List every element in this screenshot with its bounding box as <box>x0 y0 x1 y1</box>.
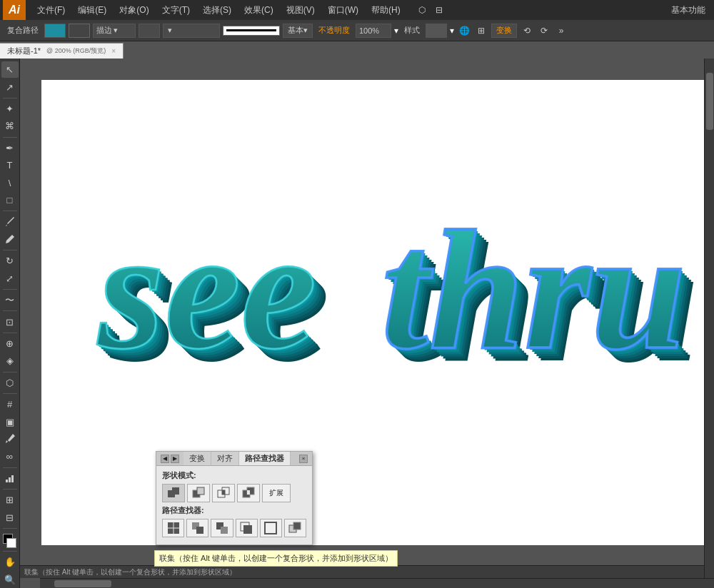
artboard-tool-btn[interactable]: ⊞ <box>1 492 19 508</box>
color-stroke-box[interactable] <box>69 24 90 38</box>
vertical-scrollbar[interactable] <box>704 59 714 578</box>
workspace-icon[interactable]: ⬡ <box>415 3 429 17</box>
divide-btn[interactable] <box>162 519 184 537</box>
perspective-tool-btn[interactable]: ⬡ <box>1 375 19 391</box>
document-tab[interactable]: 未标题-1* @ 200% (RGB/预览) × <box>0 43 124 59</box>
menu-select[interactable]: 选择(S) <box>197 3 237 18</box>
live-paint-tool-btn[interactable]: ◈ <box>1 353 19 369</box>
rotate-tool-btn[interactable]: ↻ <box>1 253 19 269</box>
tab-title: 未标题-1* <box>7 46 41 56</box>
align-tab[interactable]: 对齐 <box>211 452 239 465</box>
h-scroll-thumb[interactable] <box>54 580 111 587</box>
stroke-type-dropdown[interactable]: ▾ <box>163 24 220 38</box>
svg-rect-34 <box>196 527 203 534</box>
pen-tool-btn[interactable]: ✒ <box>1 140 19 156</box>
slice-tool-btn[interactable]: ⊟ <box>1 509 19 525</box>
globe-icon[interactable]: 🌐 <box>457 24 471 38</box>
magic-wand-tool-btn[interactable]: ✦ <box>1 101 19 117</box>
svg-rect-39 <box>265 522 276 534</box>
trim-btn[interactable] <box>186 519 208 537</box>
outline-btn[interactable] <box>260 519 282 537</box>
panel-drag-handle[interactable]: ◀ <box>161 455 169 463</box>
panel-drag-handle2[interactable]: ▶ <box>171 455 179 463</box>
eyedropper-tool-btn[interactable] <box>1 431 19 447</box>
stroke-style-btn[interactable]: 基本▾ <box>283 24 313 38</box>
align-icon[interactable]: ⊞ <box>474 24 488 38</box>
minus-front-btn[interactable] <box>187 484 210 502</box>
tab-bar: 未标题-1* @ 200% (RGB/预览) × <box>0 41 714 59</box>
more-icon[interactable]: » <box>554 24 568 38</box>
shape-buttons-row: 扩展 <box>162 484 306 502</box>
scale-tool-btn[interactable]: ⤢ <box>1 270 19 287</box>
stroke-weight-dropdown[interactable]: 描边 ▾ <box>93 24 136 38</box>
canvas-surface: see see see see see see see see thru thr… <box>41 80 707 545</box>
artwork-svg: see see see see see see see see thru thr… <box>64 126 706 469</box>
stroke-weight-label: 描边 <box>96 25 112 36</box>
svg-text:thru: thru <box>381 195 686 385</box>
intersect-btn[interactable] <box>212 484 235 502</box>
menu-edit[interactable]: 编辑(E) <box>72 3 112 18</box>
exclude-btn[interactable] <box>237 484 260 502</box>
tool-separator-4 <box>3 250 17 250</box>
pathfinder-body: 形状模式: <box>156 466 312 544</box>
merge-btn[interactable] <box>211 519 233 537</box>
reflect-icon[interactable]: ⟳ <box>537 24 551 38</box>
paintbrush-tool-btn[interactable] <box>1 213 19 230</box>
line-tool-btn[interactable]: \ <box>1 174 19 191</box>
svg-rect-21 <box>172 487 179 495</box>
warp-tool-btn[interactable]: 〜 <box>1 292 19 308</box>
gradient-tool-btn[interactable]: ▣ <box>1 413 19 430</box>
tool-separator-7 <box>3 333 17 333</box>
hand-tool-btn[interactable]: ✋ <box>1 554 19 570</box>
pencil-tool-btn[interactable] <box>1 231 19 248</box>
horizontal-scrollbar[interactable] <box>40 578 714 588</box>
lasso-tool-btn[interactable]: ⌘ <box>1 118 19 134</box>
shape-builder-tool-btn[interactable]: ⊕ <box>1 335 19 352</box>
style-box[interactable] <box>426 24 447 38</box>
pathfinder-tab[interactable]: 路径查找器 <box>239 452 291 465</box>
app-logo: Ai <box>3 0 26 20</box>
svg-text:see: see <box>96 195 316 385</box>
svg-rect-38 <box>243 525 252 534</box>
shape-tool-btn[interactable]: □ <box>1 192 19 208</box>
transform-tab[interactable]: 变换 <box>183 452 211 465</box>
menu-help[interactable]: 帮助(H) <box>366 3 406 18</box>
menu-object[interactable]: 对象(O) <box>114 3 154 18</box>
transform-btn[interactable]: 变换 <box>491 24 517 38</box>
selection-tool-btn[interactable]: ↖ <box>1 61 19 78</box>
minus-back-btn[interactable] <box>284 519 306 537</box>
expand-btn[interactable]: 扩展 <box>262 484 291 502</box>
pathfinder-panel: ◀ ▶ 变换 对齐 路径查找器 × 形状模式: <box>156 451 313 545</box>
stroke-weight-input[interactable] <box>139 24 160 38</box>
stroke-preview <box>223 26 280 36</box>
menu-window[interactable]: 窗口(W) <box>322 3 364 18</box>
chart-tool-btn[interactable] <box>1 470 19 487</box>
tab-close-btn[interactable]: × <box>111 47 116 55</box>
v-scroll-thumb[interactable] <box>706 73 713 130</box>
blend-tool-btn[interactable]: ∞ <box>1 448 19 465</box>
crop-btn[interactable] <box>236 519 258 537</box>
menu-text[interactable]: 文字(T) <box>156 3 196 18</box>
tool-separator-6 <box>3 310 17 311</box>
menu-file[interactable]: 文件(F) <box>31 3 71 18</box>
menu-effect[interactable]: 效果(C) <box>238 3 279 18</box>
text-tool-btn[interactable]: T <box>1 157 19 173</box>
art-content: see see see see see see see see thru thr… <box>41 80 707 545</box>
zoom-tool-btn[interactable]: 🔍 <box>1 572 19 588</box>
tooltip-box: 联集（按住 Alt 键单击，以创建一个复合形状，并添加到形状区域） <box>154 550 398 567</box>
color-fill-box[interactable] <box>44 24 66 38</box>
opacity-input[interactable]: 100% <box>356 24 391 38</box>
color-swatches[interactable] <box>1 534 19 549</box>
svg-rect-26 <box>222 490 225 495</box>
panel-tabs: 变换 对齐 路径查找器 <box>183 452 291 465</box>
direct-selection-tool-btn[interactable]: ↗ <box>1 78 19 95</box>
mesh-tool-btn[interactable]: # <box>1 396 19 412</box>
arrange-icon[interactable]: ⊟ <box>432 3 446 17</box>
svg-rect-41 <box>293 522 301 529</box>
transform-icon[interactable]: ⟲ <box>520 24 534 38</box>
main-area: ↖ ↗ ✦ ⌘ ✒ T \ □ ↻ ⤢ 〜 ⊡ ⊕ ◈ ⬡ # ▣ ∞ <box>0 59 714 588</box>
menu-view[interactable]: 视图(V) <box>281 3 321 18</box>
panel-close-btn[interactable]: × <box>299 455 308 463</box>
free-transform-tool-btn[interactable]: ⊡ <box>1 313 19 330</box>
unite-btn[interactable] <box>162 484 185 502</box>
